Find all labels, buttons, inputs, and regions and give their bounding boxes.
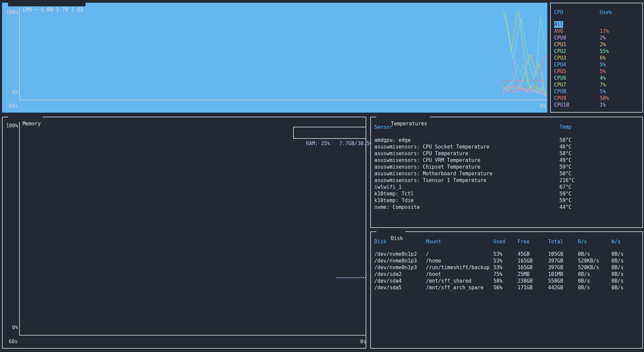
cpu-panel[interactable]: CPU ─ 5.08 3.79 2.62 100% 0% 60s 0s: [2, 3, 547, 113]
cpu-legend-row-value: 17%: [600, 28, 609, 35]
temperature-row[interactable]: asuswmisensors: Chipset Temperature 59°C: [371, 164, 642, 170]
sensor-temp-value: 67°C: [559, 184, 572, 190]
cpu-legend-row-label[interactable]: CPU2: [554, 48, 566, 55]
temperature-row[interactable]: asuswmisensors: Motherboard Temperature …: [371, 170, 642, 177]
disk-used-pct: 56%: [493, 284, 502, 291]
temperatures-panel[interactable]: Temperatures Sensor Temp amdgpu: edge 58…: [370, 117, 643, 228]
disk-free: 171GB: [518, 284, 533, 291]
disk-device: /dev/sda4: [374, 278, 401, 284]
cpu-legend-header: CPU Use%: [551, 9, 642, 16]
temperature-row[interactable]: asuswmisensors: CPU Temperature 58°C: [371, 150, 642, 157]
cpu-legend-row-label[interactable]: All: [554, 21, 563, 28]
cpu-legend-row-label[interactable]: CPU7: [554, 81, 566, 88]
cpu-legend-row[interactable]: CPU9 50%: [551, 95, 642, 102]
disk-total: 397GB: [548, 264, 563, 271]
temperature-row[interactable]: k10temp: Tctl 59°C: [371, 190, 642, 197]
disk-device: /dev/sda5: [374, 284, 401, 291]
sensor-name: asuswmisensors: Motherboard Temperature: [374, 170, 492, 177]
sensor-temp-value: 59°C: [559, 190, 572, 197]
cpu-legend-rows: All AVG 17% CPU0 2% CPU1 2% CPU2 55%: [551, 21, 642, 108]
sensor-temp-value: 46°C: [559, 143, 572, 150]
disk-write-rate: 0B/s: [611, 251, 624, 257]
mount-column-header: Mount: [426, 238, 441, 245]
temperature-row[interactable]: nvme: Composite 44°C: [371, 204, 642, 211]
temperature-row[interactable]: asuswmisensors: CPU VRM Temperature 49°C: [371, 157, 642, 164]
cpu-legend-row[interactable]: CPU0 2%: [551, 35, 642, 41]
cpu-legend-row-label[interactable]: AVG: [554, 28, 563, 35]
temperature-row[interactable]: asuswmisensors: Tsensor 1 Temperature 21…: [371, 177, 642, 184]
cpu-legend-row[interactable]: CPU5 5%: [551, 68, 642, 75]
temperatures-header: Sensor Temp: [371, 124, 642, 130]
cpu-legend-row-label[interactable]: CPU3: [554, 55, 566, 61]
disk-mountpoint: /mnt/sff_shared: [426, 278, 471, 284]
cpu-legend-panel[interactable]: CPU Use% All AVG 17% CPU0 2% CPU1 2%: [550, 3, 643, 113]
temperature-row[interactable]: asuswmisensors: CPU Socket Temperature 4…: [371, 143, 642, 150]
cpu-legend-row-label[interactable]: CPU4: [554, 61, 566, 68]
cpu-legend-row[interactable]: CPU8 5%: [551, 88, 642, 95]
disk-free: 165GB: [518, 257, 533, 264]
cpu-legend-row-label[interactable]: CPU10: [554, 102, 569, 108]
temp-column-header: Temp: [559, 124, 572, 130]
disk-row[interactable]: /dev/nvme0n1p3 /run/timeshift/backup 53%…: [371, 264, 642, 271]
disk-row[interactable]: /dev/sda2 /boot 75% 25MB 101MB 0B/s 0B/s: [371, 271, 642, 278]
disk-column-header: Disk: [374, 238, 386, 245]
cpu-legend-row[interactable]: CPU3 6%: [551, 55, 642, 61]
cpu-y-min-label: 0%: [4, 89, 18, 96]
sensor-temp-value: 58°C: [559, 150, 572, 157]
cpu-usage-graph: [20, 9, 547, 100]
cpu-legend-row[interactable]: CPU4 5%: [551, 61, 642, 68]
cpu-legend-row-value: 2%: [600, 35, 606, 41]
disk-mountpoint: /boot: [426, 271, 441, 278]
cpu-legend-row[interactable]: CPU7 7%: [551, 81, 642, 88]
sensor-name: asuswmisensors: Chipset Temperature: [374, 164, 480, 170]
memory-panel[interactable]: Memory 100% 0% 60s 0s RAM: 25% 7.7GB/30.…: [2, 117, 366, 349]
disk-device: /dev/sda2: [374, 271, 401, 278]
disk-row[interactable]: /dev/nvme0n1p2 / 53% 45GB 105GB 0B/s 0B/…: [371, 251, 642, 257]
disk-write-rate: 0B/s: [611, 278, 624, 284]
cpu-legend-row-value: 50%: [600, 95, 609, 102]
disk-read-rate: 0B/s: [578, 284, 590, 291]
disk-mountpoint: /home: [426, 257, 441, 264]
disk-free: 165GB: [518, 264, 533, 271]
sensor-name: asuswmisensors: CPU VRM Temperature: [374, 157, 480, 164]
sensor-name: asuswmisensors: CPU Socket Temperature: [374, 143, 489, 150]
memory-x-left-label: 60s: [9, 338, 18, 345]
cpu-legend-row-label[interactable]: CPU8: [554, 88, 566, 95]
disk-used-pct: 75%: [493, 271, 502, 278]
cpu-legend-row[interactable]: CPU2 55%: [551, 48, 642, 55]
cpu-legend-row-label[interactable]: CPU9: [554, 95, 566, 102]
sensor-name: nvme: Composite: [374, 204, 420, 211]
disk-free: 25MB: [518, 271, 530, 278]
temperatures-rows: amdgpu: edge 58°C asuswmisensors: CPU So…: [371, 137, 642, 211]
cpu-legend-row[interactable]: CPU10 1%: [551, 102, 642, 108]
total-column-header: Total: [548, 238, 563, 245]
cpu-legend-row-label[interactable]: CPU1: [554, 41, 566, 48]
temperature-row[interactable]: k10temp: Tdie 59°C: [371, 197, 642, 204]
cpu-legend-row-value: 5%: [600, 88, 606, 95]
cpu-y-max-label: 100%: [4, 9, 18, 16]
sensor-column-header: Sensor: [374, 124, 392, 130]
write-rate-column-header: W/s: [611, 238, 621, 245]
disk-panel[interactable]: Disk Disk Mount Used Free Total R/s W/s …: [370, 231, 643, 349]
temperature-row[interactable]: amdgpu: edge 58°C: [371, 137, 642, 143]
cpu-legend-row-label[interactable]: CPU6: [554, 75, 566, 81]
cpu-legend-row-label[interactable]: CPU5: [554, 68, 566, 75]
temperature-row[interactable]: iwlwifi_1 67°C: [371, 184, 642, 190]
disk-mountpoint: /: [426, 251, 429, 257]
disk-row[interactable]: /dev/sda4 /mnt/sff_shared 58% 230GB 550G…: [371, 278, 642, 284]
disk-device: /dev/nvme0n1p3: [374, 257, 417, 264]
disk-row[interactable]: /dev/sda5 /mnt/sff_arch_spare 56% 171GB …: [371, 284, 642, 291]
cpu-legend-row[interactable]: CPU6 4%: [551, 75, 642, 81]
free-column-header: Free: [518, 238, 530, 245]
cpu-legend-row[interactable]: CPU1 2%: [551, 41, 642, 48]
disk-used-pct: 53%: [493, 264, 502, 271]
cpu-legend-row[interactable]: All: [551, 21, 642, 28]
sensor-name: amdgpu: edge: [374, 137, 411, 143]
memory-x-axis: [19, 335, 366, 336]
disk-read-rate: 0B/s: [578, 271, 590, 278]
cpu-legend-row-label[interactable]: CPU0: [554, 35, 566, 41]
disk-row[interactable]: /dev/nvme0n1p3 /home 53% 165GB 397GB 528…: [371, 257, 642, 264]
disk-header: Disk Mount Used Free Total R/s W/s: [371, 238, 642, 245]
cpu-legend-row[interactable]: AVG 17%: [551, 28, 642, 35]
cpu-legend-row-value: 1%: [600, 102, 606, 108]
